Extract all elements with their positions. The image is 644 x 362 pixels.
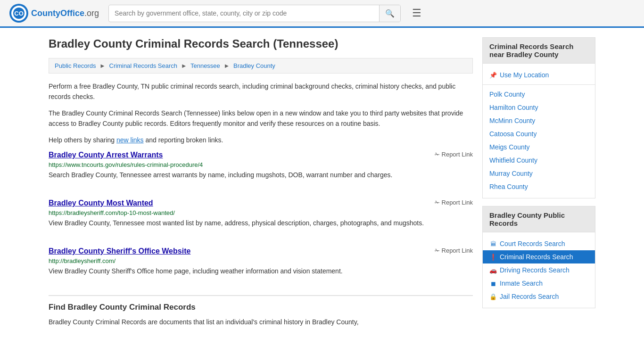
search-icon: 🔍 — [385, 9, 395, 17]
sidebar-nearby-box: Criminal Records Search near Bradley Cou… — [482, 37, 595, 198]
svg-text:CO: CO — [14, 10, 24, 17]
logo-text: CountyOffice.org — [31, 8, 99, 18]
driving-icon: 🚗 — [489, 267, 497, 274]
sidebar-nearby-header: Criminal Records Search near Bradley Cou… — [483, 38, 595, 64]
use-my-location-link[interactable]: 📌 Use My Location — [483, 68, 595, 82]
menu-icon: ☰ — [412, 7, 421, 19]
county-link-6[interactable]: Murray County — [483, 167, 595, 180]
main-content: Bradley County Criminal Records Search (… — [49, 37, 473, 346]
result-item-0: Bradley County Arrest Warrants ✁ Report … — [49, 151, 473, 188]
breadcrumb: Public Records ► Criminal Records Search… — [49, 58, 473, 74]
county-link-7[interactable]: Rhea County — [483, 180, 595, 193]
description-3: Help others by sharing new links and rep… — [49, 135, 473, 145]
content-wrapper: Bradley County Criminal Records Search (… — [39, 28, 605, 355]
public-records-criminal-link[interactable]: ❗ Criminal Records Search — [483, 250, 595, 263]
breadcrumb-public-records[interactable]: Public Records — [55, 62, 96, 69]
result-desc-2: View Bradley County Sheriff's Office hom… — [49, 266, 473, 276]
county-link-0[interactable]: Polk County — [483, 88, 595, 101]
hamburger-button[interactable]: ☰ — [410, 5, 423, 21]
public-records-court-link[interactable]: 🏛 Court Records Search — [483, 237, 595, 250]
county-link-1[interactable]: Hamilton County — [483, 101, 595, 114]
result-header-0: Bradley County Arrest Warrants ✁ Report … — [49, 151, 473, 159]
sidebar: Criminal Records Search near Bradley Cou… — [482, 37, 595, 346]
result-url-2[interactable]: http://bradleysheriff.com/ — [49, 257, 473, 264]
site-logo[interactable]: CO CountyOffice.org — [9, 4, 99, 23]
county-link-4[interactable]: Meigs County — [483, 140, 595, 154]
section-find-records: Find Bradley County Criminal Records Bra… — [49, 295, 473, 335]
result-url-0[interactable]: https://www.tncourts.gov/rules/rules-cri… — [49, 161, 473, 168]
result-title-1[interactable]: Bradley County Most Wanted — [49, 199, 153, 207]
location-pin-icon: 📌 — [489, 72, 497, 79]
description-2: The Bradley County Criminal Records Sear… — [49, 108, 473, 129]
public-records-inmate-link[interactable]: ◼ Inmate Search — [483, 277, 595, 290]
result-header-1: Bradley County Most Wanted ✁ Report Link — [49, 199, 473, 207]
report-icon-0: ✁ — [435, 151, 440, 158]
description-1: Perform a free Bradley County, TN public… — [49, 81, 473, 102]
result-desc-0: Search Bradley County, Tennessee arrest … — [49, 170, 473, 180]
result-url-1[interactable]: https://bradleysheriff.com/top-10-most-w… — [49, 209, 473, 216]
result-desc-1: View Bradley County, Tennessee most want… — [49, 218, 473, 228]
report-link-0[interactable]: ✁ Report Link — [435, 151, 473, 158]
breadcrumb-bradley-county[interactable]: Bradley County — [233, 62, 275, 69]
inmate-icon: ◼ — [489, 280, 497, 287]
report-icon-1: ✁ — [435, 199, 440, 206]
search-input[interactable] — [109, 6, 379, 21]
sidebar-nearby-body: 📌 Use My Location Polk County Hamilton C… — [483, 64, 595, 198]
public-records-jail-link[interactable]: 🔒 Jail Records Search — [483, 290, 595, 303]
result-title-0[interactable]: Bradley County Arrest Warrants — [49, 151, 163, 159]
page-title: Bradley County Criminal Records Search (… — [49, 37, 473, 50]
sidebar-public-records-header: Bradley County Public Records — [483, 206, 595, 232]
logo-icon: CO — [9, 4, 28, 23]
sidebar-public-records-body: 🏛 Court Records Search ❗ Criminal Record… — [483, 232, 595, 308]
search-button[interactable]: 🔍 — [379, 5, 400, 22]
result-header-2: Bradley County Sheriff's Office Website … — [49, 247, 473, 255]
report-link-2[interactable]: ✁ Report Link — [435, 247, 473, 254]
county-link-3[interactable]: Catoosa County — [483, 127, 595, 140]
criminal-icon: ❗ — [489, 254, 497, 261]
breadcrumb-tennessee[interactable]: Tennessee — [190, 62, 220, 69]
county-link-5[interactable]: Whitfield County — [483, 154, 595, 167]
result-item-1: Bradley County Most Wanted ✁ Report Link… — [49, 199, 473, 236]
search-bar: 🔍 — [108, 5, 401, 22]
result-title-2[interactable]: Bradley County Sheriff's Office Website — [49, 247, 190, 255]
section-title: Find Bradley County Criminal Records — [49, 295, 473, 312]
result-item-2: Bradley County Sheriff's Office Website … — [49, 247, 473, 284]
section-desc: Bradley County Criminal Records are docu… — [49, 317, 473, 327]
court-icon: 🏛 — [489, 240, 497, 247]
site-header: CO CountyOffice.org 🔍 ☰ — [0, 0, 644, 28]
report-link-1[interactable]: ✁ Report Link — [435, 199, 473, 206]
sidebar-public-records-box: Bradley County Public Records 🏛 Court Re… — [482, 206, 595, 308]
new-links-link[interactable]: new links — [116, 136, 144, 144]
breadcrumb-criminal-records[interactable]: Criminal Records Search — [109, 62, 178, 69]
public-records-driving-link[interactable]: 🚗 Driving Records Search — [483, 263, 595, 277]
jail-icon: 🔒 — [489, 293, 497, 300]
report-icon-2: ✁ — [435, 247, 440, 254]
nearby-divider — [483, 84, 595, 85]
county-link-2[interactable]: McMinn County — [483, 114, 595, 127]
